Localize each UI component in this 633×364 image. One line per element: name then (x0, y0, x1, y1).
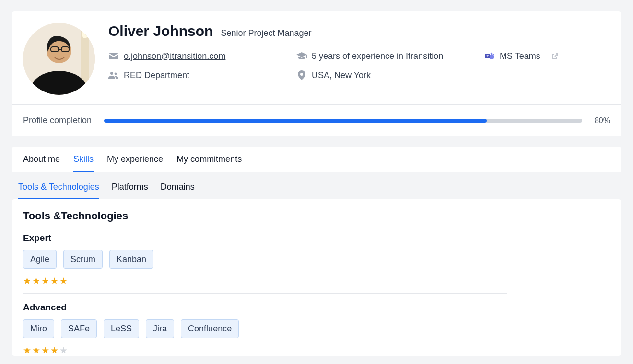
skill-level-expert: Expert (23, 233, 610, 243)
avatar (23, 23, 95, 95)
skill-chip[interactable]: LeSS (104, 319, 139, 338)
department-row: RED Department (108, 70, 291, 80)
graduation-cap-icon (296, 51, 307, 61)
skill-chip[interactable]: Miro (23, 319, 54, 338)
location-row: USA, New York (296, 70, 479, 80)
subtab-platforms[interactable]: Platforms (112, 182, 148, 199)
profile-name: Oliver Johnson (108, 23, 213, 39)
star-rating: ★★★★★ (23, 345, 610, 356)
external-link-icon (550, 51, 561, 61)
skill-chip[interactable]: Scrum (63, 250, 103, 269)
email-row: o.johnson@itransition.com (108, 51, 291, 61)
svg-point-12 (110, 72, 113, 75)
svg-text:T: T (487, 54, 489, 58)
experience-text: 5 years of experience in Itransition (312, 51, 443, 61)
skill-chip[interactable]: Confluence (181, 319, 239, 338)
progress-fill (104, 119, 487, 123)
email-link[interactable]: o.johnson@itransition.com (124, 51, 225, 61)
tab-my-experience[interactable]: My experience (107, 147, 163, 172)
section-title: Tools &Technologies (23, 210, 610, 222)
star-icon: ★ (59, 275, 68, 286)
skill-chip[interactable]: Jira (146, 319, 174, 338)
progress-bar (104, 119, 582, 123)
svg-point-10 (491, 53, 493, 55)
star-icon: ★ (23, 275, 31, 286)
location-pin-icon (296, 70, 307, 80)
divider (23, 293, 507, 294)
teams-link[interactable]: MS Teams (500, 51, 540, 61)
profile-card: Oliver Johnson Senior Project Manager o.… (12, 11, 621, 136)
profile-completion: Profile completion 80% (12, 104, 621, 136)
star-rating: ★★★★★ (23, 275, 610, 286)
subtab-tools-technologies[interactable]: Tools & Technologies (18, 182, 99, 199)
location-text: USA, New York (312, 70, 371, 80)
main-tabs: About meSkillsMy experienceMy commitment… (12, 147, 621, 172)
skill-chip[interactable]: SAFe (61, 319, 97, 338)
star-icon: ★ (50, 275, 59, 286)
sub-tabs: Tools & TechnologiesPlatformsDomains (12, 172, 621, 199)
svg-point-13 (115, 73, 117, 75)
completion-percent: 80% (595, 116, 610, 125)
skill-chip[interactable]: Kanban (109, 250, 153, 269)
star-icon: ★ (59, 345, 68, 356)
skill-level-advanced: Advanced (23, 302, 610, 313)
star-icon: ★ (50, 345, 59, 356)
star-icon: ★ (41, 275, 49, 286)
teams-icon: T (484, 51, 495, 61)
tab-about-me[interactable]: About me (23, 147, 60, 172)
tab-skills[interactable]: Skills (73, 147, 94, 172)
star-icon: ★ (32, 345, 40, 356)
department-text: RED Department (124, 70, 189, 80)
star-icon: ★ (32, 275, 40, 286)
star-icon: ★ (41, 345, 49, 356)
teams-row: T MS Teams (484, 51, 610, 61)
skill-chip[interactable]: Agile (23, 250, 57, 269)
main-tabs-card: About meSkillsMy experienceMy commitment… (12, 147, 621, 172)
completion-label: Profile completion (23, 115, 92, 125)
svg-rect-2 (82, 27, 87, 38)
tab-my-commitments[interactable]: My commitments (176, 147, 242, 172)
experience-row: 5 years of experience in Itransition (296, 51, 479, 61)
group-icon (108, 70, 119, 80)
profile-role: Senior Project Manager (221, 28, 311, 38)
subtab-domains[interactable]: Domains (161, 182, 195, 199)
star-icon: ★ (23, 345, 31, 356)
envelope-icon (108, 51, 119, 61)
skills-section: Tools &Technologies ExpertAgileScrumKanb… (12, 199, 621, 356)
